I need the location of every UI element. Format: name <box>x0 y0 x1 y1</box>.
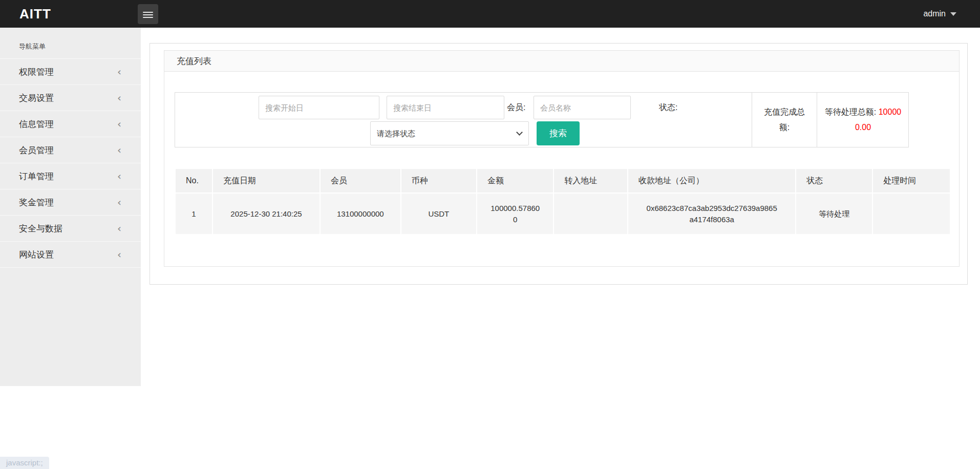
sidebar-item-security-data[interactable]: 安全与数据 ‹ <box>0 216 141 242</box>
search-button[interactable]: 搜索 <box>537 121 580 145</box>
cell-status: 等待处理 <box>796 194 872 234</box>
status-label: 状态: <box>659 96 677 119</box>
pending-total-label: 等待处理总额: <box>825 108 879 116</box>
recharge-panel: 充值列表 会员: 状态: 请选择状态 搜索 充值完成总额: 等待处理总额: 10… <box>164 50 960 267</box>
sidebar-item-member-management[interactable]: 会员管理 ‹ <box>0 137 141 163</box>
panel-title: 充值列表 <box>164 51 959 72</box>
sidebar-item-order-management[interactable]: 订单管理 ‹ <box>0 163 141 189</box>
chevron-left-icon: ‹ <box>117 242 121 268</box>
table-row: 1 2025-12-30 21:40:25 13100000000 USDT 1… <box>176 194 950 234</box>
sidebar-item-label: 交易设置 <box>19 93 54 103</box>
sidebar-item-label: 安全与数据 <box>19 224 62 233</box>
completed-total-label: 充值完成总额: <box>761 104 808 136</box>
cell-receiving-address: 0x68623c87ca3ab2953dc27639a9865a4174f806… <box>628 194 795 234</box>
brand-logo: AITT <box>19 0 51 28</box>
col-member: 会员 <box>321 169 400 193</box>
table-header-row: No. 充值日期 会员 币种 金额 转入地址 收款地址（公司） 状态 处理时间 <box>176 169 950 193</box>
cell-process-time <box>873 194 950 234</box>
sidebar-item-label: 订单管理 <box>19 172 54 181</box>
chevron-left-icon: ‹ <box>117 111 121 137</box>
recharge-table: No. 充值日期 会员 币种 金额 转入地址 收款地址（公司） 状态 处理时间 … <box>175 168 951 235</box>
col-status: 状态 <box>796 169 872 193</box>
hamburger-icon <box>143 10 153 17</box>
user-name: admin <box>923 9 946 18</box>
pending-total-cell: 等待处理总额: 100000.00 <box>817 93 909 147</box>
completed-total-cell: 充值完成总额: <box>752 93 817 147</box>
link-status-tooltip: javascript:; <box>0 457 49 469</box>
caret-down-icon <box>950 12 956 16</box>
cell-recharge-date: 2025-12-30 21:40:25 <box>213 194 319 234</box>
chevron-left-icon: ‹ <box>117 137 121 163</box>
cell-amount: 100000.578600 <box>477 194 553 234</box>
col-recharge-date: 充值日期 <box>213 169 319 193</box>
sidebar-item-trade-settings[interactable]: 交易设置 ‹ <box>0 85 141 111</box>
col-receiving-address: 收款地址（公司） <box>628 169 795 193</box>
sidebar-item-label: 会员管理 <box>19 145 54 155</box>
sidebar-section-label: 导航菜单 <box>0 28 141 59</box>
user-menu[interactable]: admin <box>923 0 956 28</box>
member-name-input[interactable] <box>534 96 631 119</box>
sidebar-item-label: 奖金管理 <box>19 198 54 207</box>
sidebar-nav: 导航菜单 权限管理 ‹ 交易设置 ‹ 信息管理 ‹ 会员管理 ‹ 订单管理 ‹ … <box>0 28 141 386</box>
sidebar-item-label: 权限管理 <box>19 67 54 77</box>
status-select-wrap: 请选择状态 <box>370 121 529 145</box>
cell-member: 13100000000 <box>321 194 400 234</box>
col-currency: 币种 <box>401 169 477 193</box>
col-process-time: 处理时间 <box>873 169 950 193</box>
sidebar-item-permissions[interactable]: 权限管理 ‹ <box>0 59 141 85</box>
chevron-left-icon: ‹ <box>117 216 121 242</box>
sidebar-item-site-settings[interactable]: 网站设置 ‹ <box>0 242 141 268</box>
content-card: 充值列表 会员: 状态: 请选择状态 搜索 充值完成总额: 等待处理总额: 10… <box>150 43 968 285</box>
chevron-left-icon: ‹ <box>117 163 121 189</box>
sidebar-item-bonus-management[interactable]: 奖金管理 ‹ <box>0 189 141 216</box>
chevron-left-icon: ‹ <box>117 189 121 216</box>
cell-transfer-address <box>554 194 627 234</box>
end-date-input[interactable] <box>387 96 504 119</box>
start-date-input[interactable] <box>259 96 379 119</box>
sidebar-item-label: 信息管理 <box>19 119 54 129</box>
filter-box: 会员: 状态: 请选择状态 搜索 充值完成总额: 等待处理总额: 100000.… <box>175 92 909 147</box>
sidebar-toggle-button[interactable] <box>138 4 158 24</box>
col-transfer-address: 转入地址 <box>554 169 627 193</box>
chevron-left-icon: ‹ <box>117 59 121 85</box>
member-label: 会员: <box>507 96 525 119</box>
sidebar-item-label: 网站设置 <box>19 250 54 260</box>
cell-currency: USDT <box>401 194 477 234</box>
col-amount: 金额 <box>477 169 553 193</box>
col-no: No. <box>176 169 212 193</box>
top-navbar: AITT admin <box>0 0 980 28</box>
sidebar-item-info-management[interactable]: 信息管理 ‹ <box>0 111 141 137</box>
chevron-left-icon: ‹ <box>117 85 121 111</box>
cell-no: 1 <box>176 194 212 234</box>
status-select[interactable]: 请选择状态 <box>370 121 529 145</box>
